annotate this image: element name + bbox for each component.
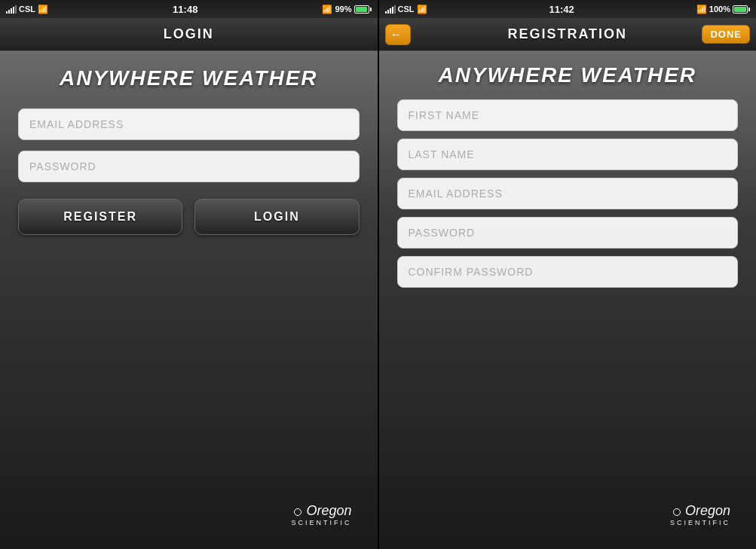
registration-screen: CSL 📶 11:42 📶 100% ← REGISTRATION DONE A… (379, 0, 757, 549)
battery-label: 99% (335, 5, 351, 14)
login-buttons-row: REGISTER LOGIN (18, 199, 360, 235)
login-nav-title: LOGIN (164, 26, 214, 42)
logo-circle-icon (294, 508, 301, 516)
reg-oregon-label: Oregon (685, 503, 730, 518)
login-button[interactable]: LOGIN (194, 199, 359, 235)
password-input[interactable] (29, 160, 348, 172)
reg-scientific-label: SCIENTIFIC (670, 519, 730, 526)
first-name-field-container[interactable] (397, 99, 739, 131)
first-name-input[interactable] (409, 109, 727, 121)
back-arrow-icon: ← (390, 28, 402, 41)
reg-logo: Oregon SCIENTIFIC (397, 503, 739, 534)
bluetooth-icon: 📶 (322, 5, 332, 14)
last-name-input[interactable] (409, 148, 727, 160)
confirm-password-field-container[interactable] (397, 256, 739, 288)
scientific-label: SCIENTIFIC (291, 519, 351, 526)
reg-bluetooth-icon: 📶 (696, 5, 707, 14)
login-logo: Oregon SCIENTIFIC (18, 503, 360, 534)
carrier-label: CSL (19, 5, 35, 14)
email-field-container[interactable] (18, 108, 360, 140)
reg-battery-icon (733, 5, 750, 14)
wifi-icon: 📶 (38, 5, 48, 14)
reg-battery-label: 100% (709, 5, 730, 14)
oregon-label: Oregon (306, 503, 351, 518)
reg-wifi-icon: 📶 (417, 5, 427, 14)
login-status-bar: CSL 📶 11:48 📶 99% (0, 0, 378, 18)
reg-carrier-label: CSL (398, 5, 415, 14)
done-button[interactable]: DONE (702, 25, 750, 44)
login-time: 11:48 (173, 4, 197, 15)
login-app-title: ANYWHERE WEATHER (60, 66, 318, 90)
battery-icon (354, 5, 372, 14)
reg-signal-icon (385, 5, 396, 14)
login-status-left: CSL 📶 (6, 5, 48, 14)
reg-status-right: 📶 100% (696, 5, 750, 14)
last-name-field-container[interactable] (397, 139, 739, 170)
reg-logo-circle-icon (673, 508, 681, 516)
reg-status-left: CSL 📶 (385, 5, 427, 14)
email-input[interactable] (29, 118, 348, 130)
reg-email-field-container[interactable] (397, 178, 739, 209)
password-field-container[interactable] (18, 151, 360, 182)
reg-status-bar: CSL 📶 11:42 📶 100% (379, 0, 757, 18)
login-nav-bar: LOGIN (0, 18, 378, 51)
register-button[interactable]: REGISTER (18, 199, 182, 235)
confirm-password-input[interactable] (409, 266, 727, 278)
login-screen: CSL 📶 11:48 📶 99% LOGIN ANYWHERE WEATHER… (0, 0, 378, 549)
reg-password-field-container[interactable] (397, 217, 739, 249)
reg-app-title: ANYWHERE WEATHER (438, 63, 696, 87)
reg-time: 11:42 (549, 4, 574, 15)
reg-nav-bar: ← REGISTRATION DONE (379, 18, 757, 51)
reg-email-input[interactable] (409, 188, 727, 200)
login-content: ANYWHERE WEATHER REGISTER LOGIN Oregon S… (0, 51, 378, 549)
reg-content: ANYWHERE WEATHER Oregon SCIENTIFIC (379, 51, 757, 549)
back-button[interactable]: ← (385, 24, 411, 45)
reg-nav-title: REGISTRATION (507, 26, 627, 42)
signal-icon (6, 5, 17, 14)
reg-password-input[interactable] (409, 227, 727, 239)
login-status-right: 📶 99% (322, 5, 371, 14)
